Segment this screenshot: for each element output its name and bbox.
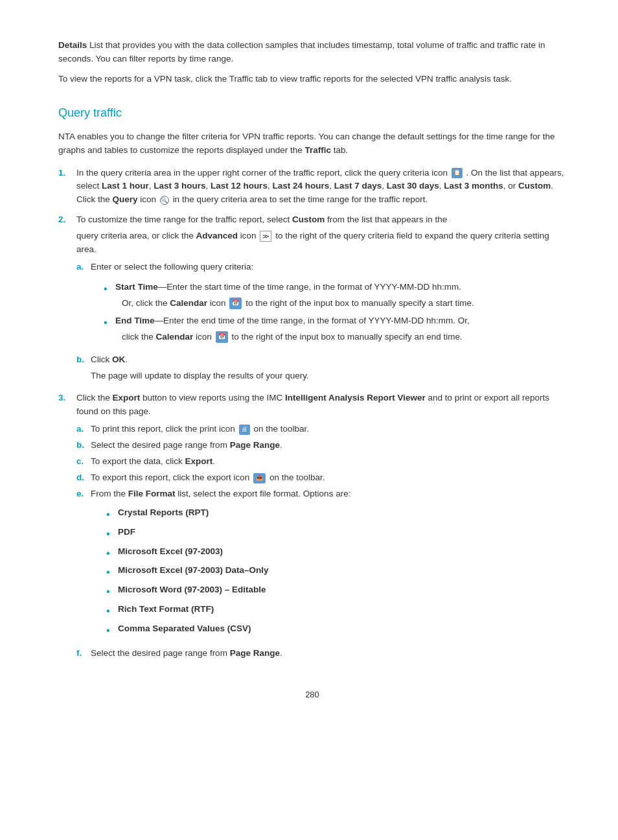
step-3c-content: To export the data, click Export.: [91, 455, 215, 469]
step-3-content: Click the Export button to view reports …: [76, 391, 566, 662]
page-number: 280: [58, 688, 566, 701]
calendar-icon-1: 📅: [229, 298, 242, 309]
end-time-sub: click the Calendar icon 📅 to the right o…: [122, 331, 474, 344]
step-3f: f. Select the desired page range from Pa…: [76, 647, 566, 660]
step-2-num: 2.: [58, 213, 76, 385]
step-3-num: 3.: [58, 391, 76, 662]
start-time-item: • Start Time—Enter the start time of the…: [104, 281, 474, 310]
section-title: Query traffic: [58, 104, 566, 122]
bullet-dot: •: [106, 526, 118, 542]
vpn-paragraph: To view the reports for a VPN task, clic…: [58, 73, 566, 86]
bullet-dot-1: •: [104, 281, 115, 298]
step-3d-label: d.: [76, 471, 91, 485]
step-3a-label: a.: [76, 423, 91, 436]
step-3-text: Click the Export button to view reports …: [76, 391, 566, 419]
step-1: 1. In the query criteria area in the upp…: [58, 167, 566, 207]
step-3b: b. Select the desired page range from Pa…: [76, 439, 566, 452]
bullet-dot: •: [106, 546, 118, 562]
step-2a: a. Enter or select the following query c…: [76, 261, 566, 351]
bullet-dot: •: [106, 507, 118, 523]
step-3e: e. From the File Format list, select the…: [76, 487, 566, 644]
step-3-sublist: a. To print this report, click the print…: [76, 423, 566, 660]
export-option-label: PDF: [118, 526, 135, 539]
export-option-item: •Microsoft Word (97-2003) – Editable: [106, 583, 350, 600]
details-paragraph: Details List that provides you with the …: [58, 39, 566, 66]
details-label: Details: [58, 40, 87, 50]
step-1-text: In the query criteria area in the upper …: [76, 167, 566, 207]
export-option-item: •Microsoft Excel (97-2003): [106, 545, 350, 562]
bullet-dot-2: •: [104, 315, 115, 331]
export-option-item: •Rich Text Format (RTF): [106, 603, 350, 620]
end-time-text: End Time—Enter the end time of the time …: [115, 314, 474, 328]
section-intro: NTA enables you to change the filter cri…: [58, 130, 566, 158]
export-option-item: •PDF: [106, 526, 350, 542]
export-options-list: •Crystal Reports (RPT)•PDF•Microsoft Exc…: [106, 506, 350, 639]
bullet-dot: •: [106, 565, 118, 581]
end-time-item: • End Time—Enter the end time of the tim…: [104, 314, 474, 344]
step-3f-label: f.: [76, 647, 91, 660]
step-2: 2. To customize the time range for the t…: [58, 213, 566, 385]
step-2b-label: b.: [76, 353, 91, 383]
step-2b-text: Click OK.: [91, 353, 309, 367]
step-3e-label: e.: [76, 487, 91, 644]
export-option-item: •Microsoft Excel (97-2003) Data–Only: [106, 564, 350, 581]
criteria-icon: 📋: [452, 168, 463, 178]
bullet-dot: •: [106, 623, 118, 639]
section-intro-end: tab.: [331, 145, 348, 155]
start-time-text: Start Time—Enter the start time of the t…: [115, 281, 474, 294]
export-option-label: Comma Separated Values (CSV): [118, 622, 251, 636]
export-option-item: •Crystal Reports (RPT): [106, 506, 350, 523]
traffic-bold: Traffic: [304, 145, 331, 155]
query-icon: 🔍: [160, 196, 169, 205]
step-3a: a. To print this report, click the print…: [76, 423, 566, 436]
export-option-label: Rich Text Format (RTF): [118, 603, 214, 616]
step-3e-content: From the File Format list, select the ex…: [91, 487, 350, 644]
advanced-icon: ≫: [260, 231, 271, 242]
step-2b: b. Click OK. The page will update to dis…: [76, 353, 566, 383]
step-3: 3. Click the Export button to view repor…: [58, 391, 566, 662]
query-criteria-list: • Start Time—Enter the start time of the…: [104, 281, 474, 344]
bullet-dot: •: [106, 603, 118, 620]
end-time-content: End Time—Enter the end time of the time …: [115, 314, 474, 344]
step-2-text2: query criteria area, or click the Advanc…: [76, 229, 566, 257]
step-3d-content: To export this report, click the export …: [91, 471, 325, 485]
step-3c: c. To export the data, click Export.: [76, 455, 566, 469]
step-3c-label: c.: [76, 455, 91, 469]
steps-list: 1. In the query criteria area in the upp…: [58, 167, 566, 663]
export-option-label: Microsoft Excel (97-2003): [118, 545, 223, 559]
start-time-sub: Or, click the Calendar icon 📅 to the rig…: [122, 297, 474, 310]
step-3f-content: Select the desired page range from Page …: [91, 647, 282, 660]
step-1-content: In the query criteria area in the upper …: [76, 167, 566, 207]
step-1-num: 1.: [58, 167, 76, 207]
export-option-label: Microsoft Word (97-2003) – Editable: [118, 583, 266, 597]
step-2a-text: Enter or select the following query crit…: [91, 261, 474, 274]
step-3b-label: b.: [76, 439, 91, 452]
step-2a-content: Enter or select the following query crit…: [91, 261, 474, 351]
print-icon: 🖨: [239, 425, 250, 435]
calendar-icon-2: 📅: [216, 331, 228, 343]
step-2-sublist: a. Enter or select the following query c…: [76, 261, 566, 382]
export-option-item: •Comma Separated Values (CSV): [106, 622, 350, 639]
bullet-dot: •: [106, 584, 118, 600]
export-icon: 📤: [253, 473, 266, 484]
step-2a-label: a.: [76, 261, 91, 351]
step-3d: d. To export this report, click the expo…: [76, 471, 566, 485]
start-time-content: Start Time—Enter the start time of the t…: [115, 281, 474, 310]
step-3a-content: To print this report, click the print ic…: [91, 423, 309, 436]
step-2b-note: The page will update to display the resu…: [91, 369, 309, 383]
step-3e-text: From the File Format list, select the ex…: [91, 487, 350, 501]
step-2-text: To customize the time range for the traf…: [76, 213, 566, 227]
step-2-content: To customize the time range for the traf…: [76, 213, 566, 385]
step-3b-content: Select the desired page range from Page …: [91, 439, 282, 452]
details-text: List that provides you with the data col…: [58, 40, 545, 64]
export-option-label: Microsoft Excel (97-2003) Data–Only: [118, 564, 269, 578]
export-option-label: Crystal Reports (RPT): [118, 506, 209, 520]
step-2b-content: Click OK. The page will update to displa…: [91, 353, 309, 383]
